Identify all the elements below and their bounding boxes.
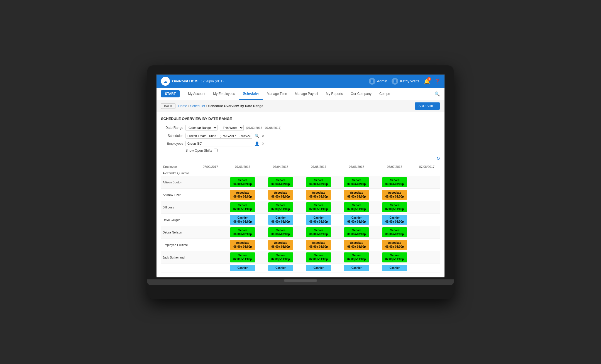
shift-badge[interactable]: Server06:00a-03:00p (382, 177, 407, 187)
shift-cell[interactable]: Server02:00p-11:00p (224, 201, 262, 213)
shift-badge[interactable]: Server06:00a-03:00p (230, 177, 255, 187)
shift-badge[interactable]: Associate06:00a-03:00p (344, 240, 369, 250)
shift-badge[interactable]: Server02:00p-11:00p (306, 202, 331, 212)
nav-item-scheduler[interactable]: Scheduler (239, 88, 263, 100)
back-button[interactable]: BACK (161, 103, 175, 109)
employees-clear-button[interactable]: ✕ (262, 141, 265, 146)
shift-badge[interactable]: Associate06:00a-03:00p (230, 190, 255, 200)
shift-cell[interactable]: Server02:00p-11:00p (376, 201, 414, 213)
shift-cell[interactable]: Cashier (224, 264, 262, 272)
shift-cell[interactable]: Server06:00a-03:00p (262, 176, 299, 188)
shift-badge[interactable]: Cashier (268, 265, 293, 271)
shift-cell[interactable]: Server02:00p-11:00p (262, 251, 299, 264)
nav-item-manage-payroll[interactable]: Manage Payroll (291, 88, 322, 100)
shift-badge[interactable]: Server06:00a-03:00p (268, 177, 293, 187)
shift-badge[interactable]: Server02:00p-11:00p (306, 252, 331, 262)
shift-badge[interactable]: Server02:00p-11:00p (230, 202, 255, 212)
employees-input[interactable] (185, 141, 252, 146)
shift-badge[interactable]: Cashier (306, 265, 331, 271)
shift-cell[interactable]: Cashier (262, 264, 299, 272)
shift-badge[interactable]: Cashier06:00a-03:00p (344, 215, 369, 225)
shift-cell[interactable]: Cashier06:00a-03:00p (376, 213, 414, 226)
shift-cell[interactable]: Cashier06:00a-03:00p (262, 213, 299, 226)
shift-cell[interactable]: Server06:00a-03:00p (376, 226, 414, 238)
shift-cell[interactable]: Server02:00p-11:00p (300, 251, 338, 264)
shift-cell[interactable]: Server06:00a-03:00p (224, 176, 262, 188)
shift-badge[interactable]: Associate06:00a-03:00p (344, 190, 369, 200)
shift-cell[interactable]: Cashier (338, 264, 375, 272)
shift-badge[interactable]: Cashier (344, 265, 369, 271)
shift-badge[interactable]: Associate06:00a-03:00p (268, 190, 293, 200)
kathy-user[interactable]: 👤 Kathy Watts (392, 78, 419, 85)
breadcrumb-scheduler[interactable]: Scheduler (190, 104, 205, 108)
shift-badge[interactable]: Server06:00a-03:00p (230, 227, 255, 237)
shift-badge[interactable]: Associate06:00a-03:00p (306, 190, 331, 200)
shift-badge[interactable]: Server02:00p-11:00p (382, 252, 407, 262)
shift-cell[interactable]: Associate06:00a-03:00p (262, 238, 299, 251)
nav-item-my-employees[interactable]: My Employees (209, 88, 239, 100)
shift-badge[interactable]: Server06:00a-03:00p (268, 227, 293, 237)
shift-cell[interactable]: Cashier06:00a-03:00p (300, 213, 338, 226)
nav-item-my-reports[interactable]: My Reports (322, 88, 347, 100)
shift-badge[interactable]: Server06:00a-03:00p (306, 227, 331, 237)
add-shift-button[interactable]: ADD SHIFT (415, 102, 440, 110)
help-button[interactable]: ❓ (434, 78, 440, 84)
shift-badge[interactable]: Cashier06:00a-03:00p (230, 215, 255, 225)
shift-badge[interactable]: Server06:00a-03:00p (382, 227, 407, 237)
shift-badge[interactable]: Cashier (382, 265, 407, 271)
show-open-shifts-checkbox[interactable] (214, 149, 218, 152)
shift-cell[interactable]: Associate06:00a-03:00p (338, 238, 375, 251)
shift-badge[interactable]: Cashier (230, 265, 255, 271)
this-week-select[interactable]: This Week (220, 125, 244, 131)
shift-badge[interactable]: Cashier06:00a-03:00p (306, 215, 331, 225)
admin-user[interactable]: 👤 Admin (369, 78, 387, 85)
shift-badge[interactable]: Server02:00p-11:00p (344, 202, 369, 212)
shift-cell[interactable]: Server02:00p-11:00p (300, 201, 338, 213)
shift-cell[interactable]: Server06:00a-03:00p (376, 176, 414, 188)
shift-cell[interactable]: Server06:00a-03:00p (338, 226, 375, 238)
notification-button[interactable]: 🔔 9 (424, 78, 430, 84)
shift-badge[interactable]: Associate06:00a-03:00p (230, 240, 255, 250)
shift-cell[interactable]: Server06:00a-03:00p (224, 226, 262, 238)
shift-badge[interactable]: Server02:00p-11:00p (230, 252, 255, 262)
shift-cell[interactable]: Server02:00p-11:00p (376, 251, 414, 264)
shift-cell[interactable]: Associate06:00a-03:00p (338, 188, 375, 201)
reload-icon[interactable]: ↻ (436, 156, 440, 161)
calendar-range-select[interactable]: Calendar Range (185, 125, 218, 131)
shift-cell[interactable]: Server06:00a-03:00p (338, 176, 375, 188)
shift-badge[interactable]: Cashier06:00a-03:00p (268, 215, 293, 225)
schedules-search-icon[interactable]: 🔍 (255, 134, 259, 138)
employees-search-icon[interactable]: 👤 (255, 141, 259, 146)
shift-cell[interactable]: Associate06:00a-03:00p (376, 238, 414, 251)
nav-item-my-account[interactable]: My Account (184, 88, 209, 100)
shift-badge[interactable]: Associate06:00a-03:00p (382, 240, 407, 250)
breadcrumb-home[interactable]: Home (178, 104, 187, 108)
shift-cell[interactable]: Server02:00p-11:00p (224, 251, 262, 264)
nav-item-manage-time[interactable]: Manage Time (263, 88, 291, 100)
shift-badge[interactable]: Associate06:00a-03:00p (306, 240, 331, 250)
shift-badge[interactable]: Cashier06:00a-03:00p (382, 215, 407, 225)
shift-cell[interactable]: Server06:00a-03:00p (300, 226, 338, 238)
search-icon[interactable]: 🔍 (434, 91, 440, 97)
start-button[interactable]: START (161, 90, 180, 97)
shift-cell[interactable]: Associate06:00a-03:00p (300, 238, 338, 251)
nav-item-compe[interactable]: Compe (375, 88, 394, 100)
shift-badge[interactable]: Server02:00p-11:00p (268, 252, 293, 262)
shift-cell[interactable]: Server02:00p-11:00p (262, 201, 299, 213)
shift-cell[interactable]: Server02:00p-11:00p (338, 201, 375, 213)
shift-badge[interactable]: Server06:00a-03:00p (344, 227, 369, 237)
shift-cell[interactable]: Associate06:00a-03:00p (300, 188, 338, 201)
shift-cell[interactable]: Server02:00p-11:00p (338, 251, 375, 264)
shift-badge[interactable]: Server02:00p-11:00p (382, 202, 407, 212)
shift-badge[interactable]: Associate06:00a-03:00p (382, 190, 407, 200)
shift-badge[interactable]: Associate06:00a-03:00p (268, 240, 293, 250)
shift-cell[interactable]: Cashier06:00a-03:00p (224, 213, 262, 226)
shift-cell[interactable]: Associate06:00a-03:00p (262, 188, 299, 201)
nav-item-our-company[interactable]: Our Company (347, 88, 375, 100)
shift-cell[interactable]: Server06:00a-03:00p (262, 226, 299, 238)
shift-cell[interactable]: Cashier06:00a-03:00p (338, 213, 375, 226)
shift-badge[interactable]: Server06:00a-03:00p (344, 177, 369, 187)
schedules-clear-button[interactable]: ✕ (262, 134, 265, 138)
shift-cell[interactable]: Associate06:00a-03:00p (224, 238, 262, 251)
shift-badge[interactable]: Server06:00a-03:00p (306, 177, 331, 187)
